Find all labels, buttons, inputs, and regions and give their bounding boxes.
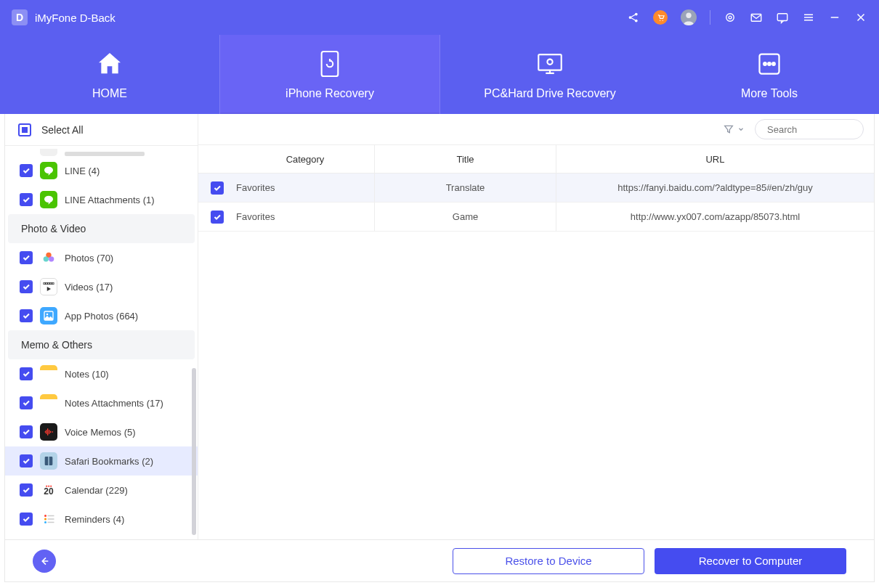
checkbox[interactable] — [20, 483, 33, 497]
search-input[interactable] — [767, 124, 879, 135]
minimize-icon[interactable] — [828, 11, 841, 24]
restore-to-device-button[interactable]: Restore to Device — [453, 548, 644, 574]
row-checkbox[interactable] — [211, 211, 224, 224]
menu-icon[interactable] — [802, 11, 815, 24]
svg-rect-8 — [751, 15, 761, 22]
scrollbar-thumb[interactable] — [192, 368, 196, 535]
recover-to-computer-button[interactable]: Recover to Computer — [655, 548, 846, 574]
svg-point-14 — [763, 62, 766, 65]
svg-rect-35 — [48, 522, 54, 523]
svg-rect-25 — [48, 283, 49, 285]
label: Reminders (4) — [65, 514, 124, 525]
svg-point-32 — [44, 518, 46, 520]
mail-icon[interactable] — [750, 11, 763, 24]
cell-title: Translate — [374, 173, 556, 202]
table-row[interactable]: Favorites Translate https://fanyi.baidu.… — [198, 173, 874, 203]
voice-memos-icon — [40, 423, 57, 441]
svg-point-18 — [44, 196, 53, 203]
more-tools-icon — [755, 49, 784, 78]
svg-point-12 — [547, 59, 552, 64]
nav-bar: HOME iPhone Recovery PC&Hard Drive Recov… — [0, 35, 879, 114]
sidebar-item-notes-attachments[interactable]: Notes Attachments (17) — [5, 388, 198, 417]
section-photo-video: Photo & Video — [8, 214, 195, 243]
checkbox[interactable] — [20, 164, 33, 177]
cell-title: Game — [374, 203, 556, 231]
cart-icon[interactable] — [653, 10, 668, 25]
sidebar-item-reminders[interactable]: Reminders (4) — [5, 505, 198, 534]
label: Notes (10) — [65, 369, 109, 380]
sidebar-item-safari-bookmarks[interactable]: Safari Bookmarks (2) — [5, 446, 198, 475]
th-url[interactable]: URL — [556, 145, 874, 173]
close-icon[interactable] — [854, 11, 867, 24]
th-title[interactable]: Title — [374, 145, 556, 173]
sidebar-item-voice-memos[interactable]: Voice Memos (5) — [5, 417, 198, 446]
svg-point-30 — [44, 515, 46, 517]
svg-point-17 — [44, 167, 53, 173]
svg-point-21 — [49, 256, 54, 261]
sidebar-item-videos[interactable]: Videos (17) — [5, 272, 198, 301]
back-button[interactable] — [33, 550, 56, 573]
attachment-icon — [40, 149, 57, 156]
nav-iphone-recovery[interactable]: iPhone Recovery — [219, 35, 440, 114]
cell-url: https://fanyi.baidu.com/?aldtype=85#en/z… — [556, 173, 874, 202]
nav-home[interactable]: HOME — [0, 35, 219, 114]
sidebar-item-calendar[interactable]: ●●● 20 Calendar (229) — [5, 475, 198, 505]
checkbox[interactable] — [20, 367, 33, 380]
label: App Photos (664) — [65, 311, 138, 322]
app-logo: D — [12, 9, 28, 25]
line-icon — [40, 162, 57, 179]
checkbox[interactable] — [20, 309, 33, 322]
label: Notes Attachments (17) — [65, 398, 163, 409]
sidebar-item-line-attachments[interactable]: LINE Attachments (1) — [5, 185, 198, 214]
nav-pc-recovery[interactable]: PC&Hard Drive Recovery — [440, 35, 660, 114]
sidebar-item-cutoff[interactable] — [5, 146, 198, 156]
select-all-checkbox[interactable] — [18, 123, 31, 136]
checkbox[interactable] — [20, 425, 33, 438]
share-icon[interactable] — [627, 11, 640, 24]
home-icon — [95, 49, 124, 78]
feedback-icon[interactable] — [776, 11, 789, 24]
nav-more-tools[interactable]: More Tools — [660, 35, 879, 114]
content: Category Title URL Favorites Translate h… — [198, 114, 874, 539]
svg-rect-23 — [44, 283, 45, 285]
gear-icon[interactable] — [724, 11, 737, 24]
checkbox[interactable] — [20, 396, 33, 409]
table-row[interactable]: Favorites Game http://www.yx007.com/azap… — [198, 203, 874, 232]
sidebar-item-line[interactable]: LINE (4) — [5, 156, 198, 185]
th-checkbox — [198, 145, 236, 173]
sidebar-item-notes[interactable]: Notes (10) — [5, 359, 198, 388]
phone-recovery-icon — [315, 49, 344, 78]
search-box[interactable] — [755, 119, 864, 139]
checkbox[interactable] — [20, 513, 33, 526]
svg-rect-33 — [48, 518, 54, 520]
sidebar-item-photos[interactable]: Photos (70) — [5, 243, 198, 272]
nav-home-label: HOME — [92, 87, 127, 100]
svg-point-4 — [662, 20, 663, 20]
section-memo-others: Memo & Others — [8, 330, 195, 359]
label: Videos (17) — [65, 282, 113, 293]
reminders-icon — [40, 510, 57, 528]
title-bar: D iMyFone D-Back — [0, 0, 879, 35]
checkbox[interactable] — [20, 251, 33, 264]
svg-rect-26 — [50, 283, 52, 285]
svg-rect-9 — [777, 14, 787, 21]
svg-point-7 — [729, 16, 732, 19]
checkbox[interactable] — [20, 280, 33, 293]
footer: Restore to Device Recover to Computer — [4, 540, 875, 582]
svg-point-29 — [46, 314, 49, 316]
user-avatar-icon[interactable] — [681, 9, 697, 25]
select-all-row[interactable]: Select All — [5, 114, 198, 146]
label: Calendar (229) — [65, 485, 128, 496]
checkbox[interactable] — [20, 193, 33, 206]
sidebar-item-app-photos[interactable]: App Photos (664) — [5, 301, 198, 330]
filter-button[interactable] — [723, 123, 745, 135]
row-checkbox[interactable] — [211, 181, 224, 195]
title-icons — [627, 9, 867, 25]
th-category[interactable]: Category — [236, 145, 374, 173]
sidebar-scroll[interactable]: LINE (4) LINE Attachments (1) Photo & Vi… — [5, 146, 198, 539]
checkbox[interactable] — [20, 454, 33, 467]
table: Category Title URL Favorites Translate h… — [198, 144, 874, 539]
nav-iphone-label: iPhone Recovery — [285, 87, 374, 100]
cell-url: http://www.yx007.com/azapp/85073.html — [556, 203, 874, 231]
line-icon — [40, 191, 57, 208]
